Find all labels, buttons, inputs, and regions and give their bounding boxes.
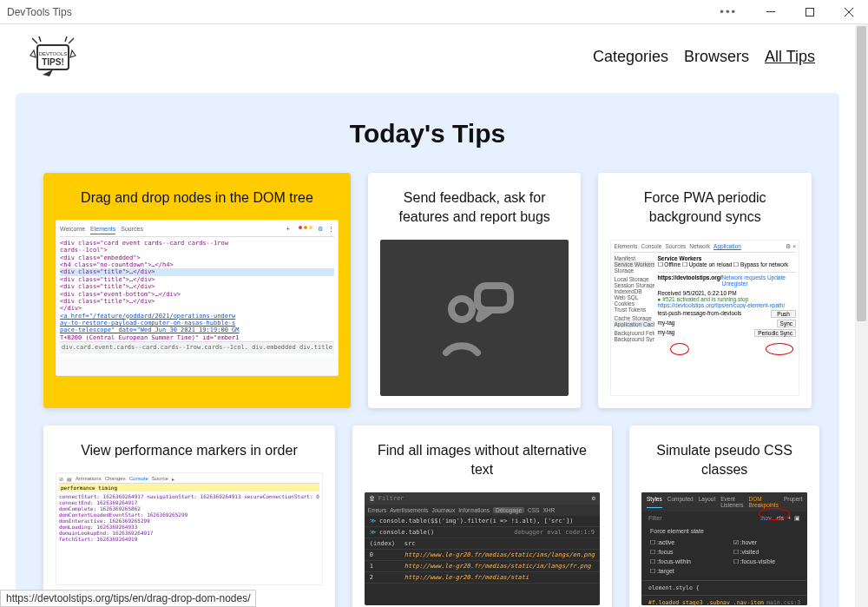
scrollbar[interactable] <box>855 24 868 607</box>
more-icon[interactable]: ••• <box>720 5 737 18</box>
minimize-button[interactable] <box>751 0 790 24</box>
nav-browsers[interactable]: Browsers <box>684 48 749 66</box>
tip-card[interactable]: Drag and drop nodes in the DOM tree Welc… <box>43 173 351 408</box>
tip-card[interactable]: Simulate pseudo CSS classes Styles Compu… <box>629 426 819 607</box>
feedback-icon <box>380 240 569 396</box>
tip-thumbnail: ⊘▤AnimationsChangesConsoleSource▸ perfor… <box>56 472 323 585</box>
tip-card[interactable]: Send feedback, ask for features and repo… <box>368 173 582 408</box>
tip-title: View performance markers in order <box>56 438 323 472</box>
svg-rect-1 <box>806 8 813 16</box>
nav-all-tips[interactable]: All Tips <box>765 48 815 66</box>
page-title: Today's Tips <box>16 119 839 148</box>
svg-text:DEVTOOLS: DEVTOOLS <box>39 51 68 56</box>
tip-title: Find all images without alternative text <box>365 438 600 492</box>
tip-title: Send feedback, ask for features and repo… <box>380 185 569 240</box>
tip-title: Drag and drop nodes in the DOM tree <box>56 185 339 220</box>
window-title: DevTools Tips <box>7 6 72 18</box>
tip-card[interactable]: Force PWA periodic background syncs Elem… <box>598 173 812 408</box>
svg-text:TIPS!: TIPS! <box>42 57 64 67</box>
tip-card[interactable]: Find all images without alternative text… <box>352 426 612 607</box>
logo[interactable]: DEVTOOLS TIPS! <box>28 33 78 81</box>
tip-thumbnail: Styles Computed Layout Event Listeners D… <box>641 492 807 605</box>
window-titlebar: DevTools Tips ••• <box>0 0 868 24</box>
scrollbar-thumb[interactable] <box>857 26 866 321</box>
tip-card[interactable]: View performance markers in order ⊘▤Anim… <box>43 426 335 607</box>
svg-rect-6 <box>477 286 510 310</box>
svg-rect-0 <box>766 11 775 12</box>
tip-title: Simulate pseudo CSS classes <box>641 438 807 492</box>
maximize-button[interactable] <box>790 0 829 24</box>
trash-icon: 🗑 <box>369 495 375 502</box>
nav-categories[interactable]: Categories <box>593 48 668 66</box>
close-button[interactable] <box>829 0 868 24</box>
tip-thumbnail: Welcome Elements Sources + ⚙ ⋮ <div clas… <box>56 220 339 376</box>
tip-thumbnail: Elements Console Sources Network Applica… <box>610 240 799 396</box>
highlight: performance timing <box>59 484 319 492</box>
tip-thumbnail: 🗑 Filtrer ⚙ Erreurs Avertissements Journ… <box>365 492 600 605</box>
tip-thumbnail <box>380 240 569 396</box>
status-bar: https://devtoolstips.org/tips/en/drag-dr… <box>0 590 256 607</box>
site-header: DEVTOOLS TIPS! Categories Browsers All T… <box>16 24 839 93</box>
hero-section: Today's Tips Drag and drop nodes in the … <box>16 93 839 607</box>
svg-point-5 <box>451 299 472 320</box>
main-nav: Categories Browsers All Tips <box>593 48 815 66</box>
tip-title: Force PWA periodic background syncs <box>610 185 799 240</box>
